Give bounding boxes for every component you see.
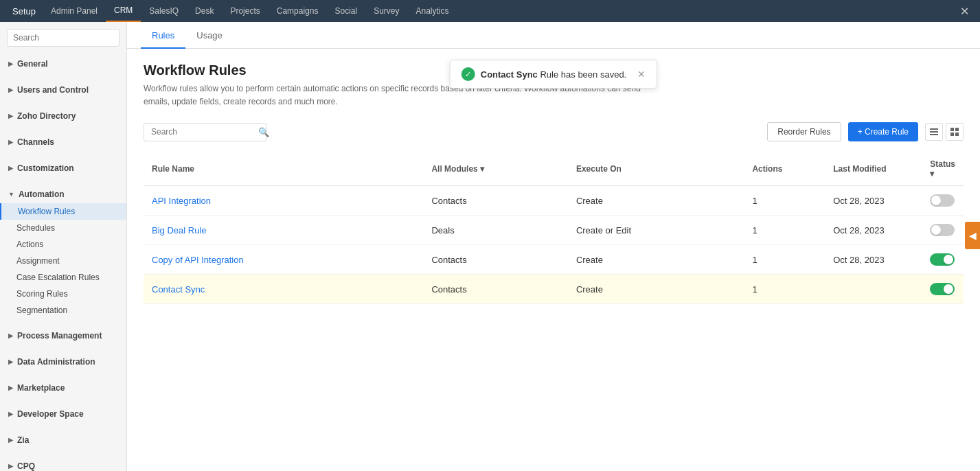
sidebar-section-label-zia: Zia — [17, 435, 29, 445]
rule-name-link[interactable]: API Integration — [152, 196, 211, 206]
sidebar-item-schedules[interactable]: Schedules — [0, 220, 126, 236]
status-toggle[interactable] — [930, 283, 955, 295]
reorder-rules-button[interactable]: Reorder Rules — [767, 122, 841, 141]
tab-usage[interactable]: Usage — [185, 22, 233, 49]
toolbar-actions: Reorder Rules + Create Rule — [767, 122, 964, 141]
grid-view-icon — [950, 128, 959, 136]
sidebar-section-label-process: Process Management — [17, 331, 102, 341]
collapse-arrow-hint[interactable]: ◀ — [965, 222, 980, 249]
sidebar-section-header-dev[interactable]: ▶ Developer Space — [0, 405, 126, 423]
table-body: API IntegrationContactsCreate1Oct 28, 20… — [144, 186, 964, 304]
rule-name-link[interactable]: Contact Sync — [152, 284, 205, 295]
sidebar-item-segmentation[interactable]: Segmentation — [0, 302, 126, 319]
toggle-knob — [944, 284, 953, 294]
sidebar-section-header-general[interactable]: ▶ General — [0, 55, 126, 73]
chevron-right-icon-zia: ▶ — [8, 437, 13, 444]
sidebar-section-header-customization[interactable]: ▶ Customization — [0, 159, 126, 177]
top-navigation: Setup Admin Panel CRM SalesIQ Desk Proje… — [0, 0, 980, 22]
sidebar-section-header-channels[interactable]: ▶ Channels — [0, 133, 126, 151]
nav-item-campaigns[interactable]: Campaigns — [269, 0, 327, 22]
table-header: Rule Name All Modules ▾ Execute On Actio… — [144, 152, 964, 186]
svg-rect-4 — [955, 128, 959, 131]
status-toggle[interactable] — [930, 224, 955, 236]
cell-execute-on: Create — [568, 245, 744, 275]
sidebar-section-header-zia[interactable]: ▶ Zia — [0, 431, 126, 449]
app-layout: ▶ General ▶ Users and Control ▶ Zoho Dir… — [0, 22, 980, 471]
sidebar-item-assignment[interactable]: Assignment — [0, 253, 126, 269]
search-icon: 🔍 — [258, 127, 269, 137]
close-icon[interactable]: ✕ — [955, 5, 975, 18]
nav-item-crm[interactable]: CRM — [106, 0, 141, 22]
toast-rule-name: Contact Sync — [481, 69, 538, 80]
setup-label: Setup — [5, 0, 43, 22]
chevron-right-icon-channels: ▶ — [8, 139, 13, 146]
rule-search-input[interactable] — [151, 127, 254, 137]
sidebar-item-scoring-rules[interactable]: Scoring Rules — [0, 286, 126, 302]
sidebar-section-automation: ▼ Automation Workflow Rules Schedules Ac… — [0, 181, 126, 323]
sidebar-section-process-mgmt: ▶ Process Management — [0, 323, 126, 349]
col-header-execute: Execute On — [568, 152, 744, 186]
sidebar-item-actions[interactable]: Actions — [0, 236, 126, 253]
toast-close-icon[interactable]: ✕ — [637, 69, 646, 80]
toggle-knob — [931, 196, 941, 205]
svg-rect-0 — [930, 128, 938, 130]
chevron-right-icon-dev: ▶ — [8, 411, 13, 417]
sidebar-section-header-zoho-dir[interactable]: ▶ Zoho Directory — [0, 107, 126, 125]
col-header-status[interactable]: Status ▾ — [922, 152, 964, 186]
toast-suffix: Rule has been saved. — [540, 69, 626, 80]
check-icon: ✓ — [461, 67, 475, 81]
sidebar-section-header-users[interactable]: ▶ Users and Control — [0, 81, 126, 99]
sidebar-item-case-escalation[interactable]: Case Escalation Rules — [0, 269, 126, 286]
sidebar-search-input[interactable] — [7, 29, 119, 47]
sidebar-section-label-data: Data Administration — [17, 357, 95, 367]
status-toggle[interactable] — [930, 194, 955, 207]
col-header-module[interactable]: All Modules ▾ — [423, 152, 567, 186]
sidebar-section-label-marketplace: Marketplace — [17, 383, 65, 393]
sidebar-item-workflow-rules[interactable]: Workflow Rules — [0, 203, 126, 220]
chevron-right-icon-process: ▶ — [8, 332, 13, 339]
sidebar-section-data-admin: ▶ Data Administration — [0, 349, 126, 375]
list-view-icon — [930, 128, 938, 136]
list-view-button[interactable] — [925, 123, 943, 141]
cell-rule-name: Copy of API Integration — [144, 245, 423, 275]
sidebar-section-header-automation[interactable]: ▼ Automation — [0, 185, 126, 203]
nav-item-analytics[interactable]: Analytics — [408, 0, 457, 22]
cell-status — [922, 216, 964, 245]
cell-rule-name: Contact Sync — [144, 275, 423, 304]
sidebar-section-label-zoho: Zoho Directory — [17, 111, 76, 121]
chevron-right-icon-cpq: ▶ — [8, 463, 13, 470]
sidebar-section-customization: ▶ Customization — [0, 155, 126, 181]
sidebar-section-header-marketplace[interactable]: ▶ Marketplace — [0, 379, 126, 397]
top-nav-items: Admin Panel CRM SalesIQ Desk Projects Ca… — [43, 0, 955, 22]
nav-item-social[interactable]: Social — [326, 0, 365, 22]
sidebar-section-header-cpq[interactable]: ▶ CPQ — [0, 457, 126, 471]
view-toggle — [925, 123, 964, 141]
sidebar-search-container — [0, 22, 126, 51]
svg-rect-5 — [950, 133, 954, 136]
nav-item-desk[interactable]: Desk — [187, 0, 222, 22]
rule-name-link[interactable]: Big Deal Rule — [152, 225, 207, 236]
tab-rules[interactable]: Rules — [141, 22, 185, 49]
grid-view-button[interactable] — [946, 123, 964, 141]
nav-item-admin-panel[interactable]: Admin Panel — [43, 0, 106, 22]
table-row: Copy of API IntegrationContactsCreate1Oc… — [144, 245, 964, 275]
sidebar-section-channels: ▶ Channels — [0, 129, 126, 155]
sidebar-section-header-data[interactable]: ▶ Data Administration — [0, 353, 126, 371]
rule-name-link[interactable]: Copy of API Integration — [152, 255, 244, 265]
col-header-actions: Actions — [744, 152, 825, 186]
table-row: API IntegrationContactsCreate1Oct 28, 20… — [144, 186, 964, 216]
workflow-rules-table: Rule Name All Modules ▾ Execute On Actio… — [144, 152, 964, 304]
chevron-right-icon: ▶ — [8, 60, 13, 67]
page-content-area: ✓ Contact Sync Rule has been saved. ✕ Wo… — [127, 49, 980, 318]
svg-rect-2 — [930, 134, 938, 135]
nav-item-salesiq[interactable]: SalesIQ — [141, 0, 187, 22]
col-header-modified: Last Modified — [825, 152, 922, 186]
nav-item-projects[interactable]: Projects — [222, 0, 268, 22]
chevron-right-icon-zoho: ▶ — [8, 113, 13, 119]
nav-item-survey[interactable]: Survey — [365, 0, 407, 22]
create-rule-button[interactable]: + Create Rule — [848, 122, 918, 141]
svg-rect-3 — [950, 128, 954, 131]
status-toggle[interactable] — [930, 253, 955, 266]
cell-actions-count: 1 — [744, 245, 825, 275]
sidebar-section-header-process[interactable]: ▶ Process Management — [0, 327, 126, 345]
